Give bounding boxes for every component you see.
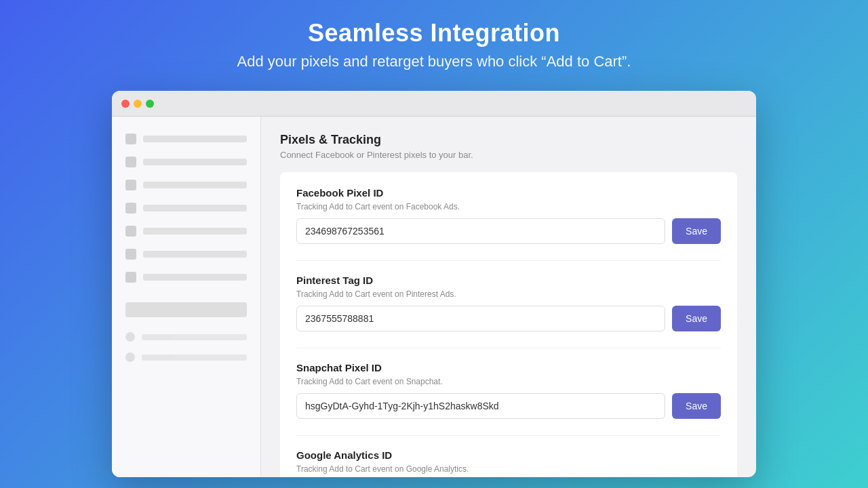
snapchat-pixel-input[interactable] (296, 393, 665, 419)
pinterest-tag-input[interactable] (296, 306, 665, 331)
google-analytics-description: Tracking Add to Cart event on Google Ana… (296, 464, 721, 474)
online-store-icon (125, 332, 135, 342)
window-titlebar (112, 91, 756, 117)
sidebar-label-home (143, 136, 247, 142)
snapchat-pixel-save-button[interactable]: Save (672, 393, 721, 419)
orders-icon (125, 157, 136, 167)
sidebar-label-customers (143, 205, 247, 211)
pinterest-tag-save-button[interactable]: Save (672, 306, 721, 331)
section-title: Pixels & Tracking (280, 133, 737, 147)
sidebar-label-pos (142, 354, 247, 361)
apps-icon (125, 272, 136, 283)
home-icon (125, 134, 136, 144)
pinterest-tag-group: Pinterest Tag ID Tracking Add to Cart ev… (296, 274, 721, 331)
divider-2 (296, 348, 721, 348)
sidebar-label-orders (143, 159, 247, 165)
pixels-card: Facebook Pixel ID Tracking Add to Cart e… (280, 172, 737, 477)
sidebar-label-analytics (143, 228, 247, 235)
sidebar-item-customers[interactable] (112, 197, 260, 220)
divider-1 (296, 260, 721, 261)
maximize-button[interactable] (146, 100, 154, 108)
sidebar-item-orders[interactable] (112, 150, 260, 174)
app-window: Pixels & Tracking Connect Facebook or Pi… (112, 91, 756, 477)
minimize-button[interactable] (134, 100, 142, 108)
sidebar-item-home[interactable] (112, 127, 260, 150)
snapchat-pixel-group: Snapchat Pixel ID Tracking Add to Cart e… (296, 362, 721, 419)
pinterest-tag-description: Tracking Add to Cart event on Pinterest … (296, 289, 721, 299)
facebook-pixel-group: Facebook Pixel ID Tracking Add to Cart e… (296, 187, 721, 244)
hero-subtitle: Add your pixels and retarget buyers who … (237, 53, 631, 70)
pinterest-tag-label: Pinterest Tag ID (296, 274, 721, 286)
sidebar-label-products (143, 182, 247, 188)
pos-icon (125, 352, 135, 362)
analytics-icon (125, 226, 136, 237)
sidebar-label-apps (143, 274, 247, 281)
divider-3 (296, 435, 721, 436)
google-analytics-label: Google Analytics ID (296, 449, 721, 461)
sidebar-item-discounts[interactable] (112, 243, 260, 266)
customers-icon (125, 203, 136, 214)
hero-title: Seamless Integration (237, 19, 631, 47)
snapchat-pixel-label: Snapchat Pixel ID (296, 362, 721, 373)
close-button[interactable] (121, 100, 130, 108)
facebook-pixel-input[interactable] (296, 218, 665, 244)
sidebar-label-online-store (142, 334, 247, 340)
discounts-icon (125, 249, 136, 260)
facebook-pixel-description: Tracking Add to Cart event on Facebook A… (296, 202, 721, 211)
sidebar-item-products[interactable] (112, 174, 260, 197)
snapchat-pixel-row: Save (296, 393, 721, 419)
products-icon (125, 180, 136, 190)
window-body: Pixels & Tracking Connect Facebook or Pi… (112, 117, 756, 477)
sidebar-label-discounts (143, 251, 247, 258)
section-subtitle: Connect Facebook or Pinterest pixels to … (280, 150, 737, 160)
sales-channels-header (125, 302, 247, 317)
sidebar-item-apps[interactable] (112, 266, 260, 289)
sidebar-item-pos[interactable] (112, 347, 260, 367)
main-content: Pixels & Tracking Connect Facebook or Pi… (261, 117, 756, 477)
sidebar-item-analytics[interactable] (112, 220, 260, 243)
facebook-pixel-row: Save (296, 218, 721, 244)
snapchat-pixel-description: Tracking Add to Cart event on Snapchat. (296, 377, 721, 386)
sidebar (112, 117, 261, 477)
facebook-pixel-save-button[interactable]: Save (672, 218, 721, 244)
hero-section: Seamless Integration Add your pixels and… (224, 0, 645, 84)
sidebar-item-online-store[interactable] (112, 327, 260, 347)
facebook-pixel-label: Facebook Pixel ID (296, 187, 721, 199)
pinterest-tag-row: Save (296, 306, 721, 331)
google-analytics-group: Google Analytics ID Tracking Add to Cart… (296, 449, 721, 477)
